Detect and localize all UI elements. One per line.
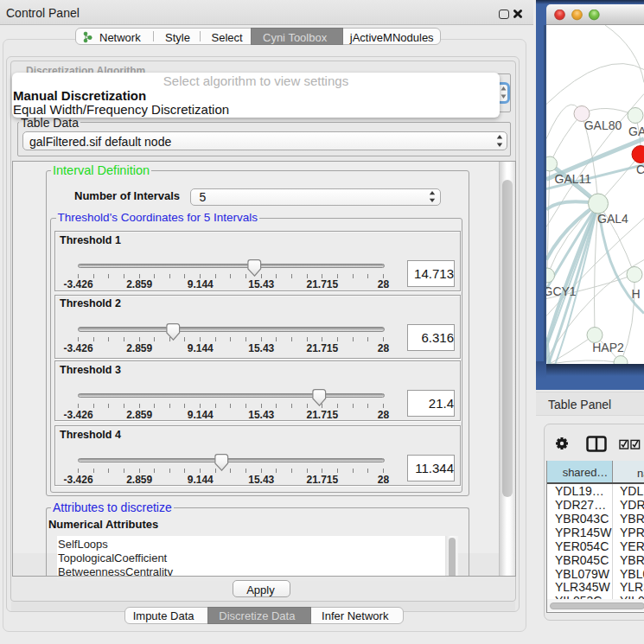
- svg-text:GA: GA: [628, 124, 644, 138]
- svg-text:GAL4: GAL4: [597, 212, 628, 226]
- svg-text:GCY1: GCY1: [546, 284, 577, 297]
- svg-text:GAL11: GAL11: [555, 172, 592, 186]
- svg-text:C: C: [636, 163, 644, 176]
- svg-text:GAL80: GAL80: [584, 118, 622, 132]
- svg-text:HAP2: HAP2: [592, 340, 624, 354]
- svg-text:H: H: [632, 286, 641, 300]
